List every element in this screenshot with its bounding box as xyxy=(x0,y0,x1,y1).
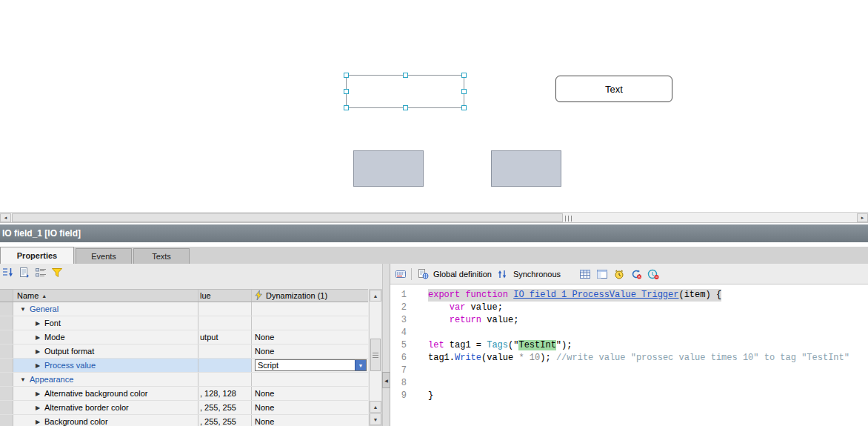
line-number: 6 xyxy=(390,352,415,365)
refresh-errors-icon[interactable] xyxy=(630,267,642,280)
code-line[interactable]: 7 xyxy=(390,365,868,377)
sort-rows-icon[interactable] xyxy=(1,266,14,279)
code-line[interactable]: 4 xyxy=(390,327,868,339)
scroll-up-icon: ▲ xyxy=(373,293,378,299)
property-label: Background color xyxy=(44,417,108,426)
scroll-left-button[interactable]: ◂ xyxy=(0,213,11,222)
property-name-cell: ▶Mode xyxy=(13,330,198,344)
selection-handle[interactable] xyxy=(403,73,408,78)
expand-icon[interactable]: ▶ xyxy=(34,405,41,411)
property-row[interactable]: ▶Output formatNone xyxy=(0,345,368,359)
selection-handle[interactable] xyxy=(461,105,467,110)
scroll-down-button[interactable]: ▼ xyxy=(370,413,381,425)
property-static-value xyxy=(198,302,252,316)
header-gutter xyxy=(0,290,13,302)
expand-icon[interactable]: ▶ xyxy=(34,348,41,355)
tab-texts[interactable]: Texts xyxy=(133,248,190,264)
property-label: Alternative border color xyxy=(44,403,129,412)
horizontal-scrollbar-thumb[interactable] xyxy=(12,213,563,222)
panel-splitter[interactable] xyxy=(382,264,390,426)
synchronous-label[interactable]: Synchronous xyxy=(513,270,561,279)
script-editor-panel: Global definition Synchronous xyxy=(390,264,868,426)
selection-handle[interactable] xyxy=(344,73,349,78)
scroll-up-button-bottom[interactable]: ▲ xyxy=(370,401,381,413)
global-definition-label[interactable]: Global definition xyxy=(433,270,492,279)
expand-icon[interactable]: ▶ xyxy=(34,419,41,425)
expand-all-icon[interactable] xyxy=(18,266,30,279)
vertical-scrollbar-thumb[interactable] xyxy=(370,339,381,371)
scroll-up-icon: ▲ xyxy=(373,405,378,410)
detail-list-icon[interactable] xyxy=(34,266,47,279)
property-static-value: , 255, 255 xyxy=(198,415,252,426)
expand-icon[interactable]: ▶ xyxy=(34,334,41,341)
code-line[interactable]: 9} xyxy=(390,390,868,402)
property-static-value: , 255, 255 xyxy=(198,401,252,414)
property-row[interactable]: ▼Appearance xyxy=(0,373,368,387)
code-line[interactable]: 3 return value; xyxy=(390,314,868,327)
column-header-name[interactable]: Name ▲ xyxy=(13,290,198,302)
property-row[interactable]: ▶Font xyxy=(0,316,368,330)
go-to-error-icon[interactable] xyxy=(647,267,659,280)
scroll-down-icon: ▼ xyxy=(373,417,378,422)
tab-events[interactable]: Events xyxy=(76,248,132,264)
code-line[interactable]: 6tag1.Write(value * 10); //write value "… xyxy=(390,352,868,365)
property-name-cell: ▶Output format xyxy=(13,345,198,358)
window-layout-icon[interactable] xyxy=(595,267,608,280)
property-dynamization-cell: None xyxy=(252,401,368,414)
code-line[interactable]: 8 xyxy=(390,377,868,390)
selection-handle[interactable] xyxy=(461,73,467,78)
button-widget[interactable]: Text xyxy=(555,76,672,102)
scroll-right-button[interactable]: ▸ xyxy=(857,213,868,222)
property-row[interactable]: ▶ModeutputNone xyxy=(0,330,368,345)
line-number: 2 xyxy=(390,302,415,314)
global-definition-icon[interactable] xyxy=(416,267,429,280)
property-dynamization-cell: None xyxy=(252,415,368,426)
synchronous-icon[interactable] xyxy=(496,267,509,280)
script-snippets-icon[interactable] xyxy=(394,267,407,280)
filter-icon[interactable] xyxy=(50,266,63,279)
table-vertical-scrollbar[interactable]: ▲ ▲ ▼ xyxy=(369,289,382,426)
property-static-value xyxy=(198,316,252,330)
selection-handle[interactable] xyxy=(344,105,349,110)
rectangle-widget[interactable] xyxy=(491,150,561,187)
property-dynamization-cell: None xyxy=(252,387,368,400)
selection-handle[interactable] xyxy=(344,89,349,94)
row-gutter xyxy=(0,302,13,316)
property-row[interactable]: ▶Process valueScript▼ xyxy=(0,359,368,373)
rectangle-widget[interactable] xyxy=(353,150,424,187)
expand-icon[interactable]: ▶ xyxy=(34,320,41,327)
time-trigger-icon[interactable] xyxy=(612,267,625,280)
property-name-cell: ▶Background color xyxy=(13,415,198,426)
property-static-value xyxy=(198,373,252,386)
property-label: General xyxy=(30,304,59,313)
property-row[interactable]: ▶Background color, 255, 255None xyxy=(0,415,368,426)
selection-handle[interactable] xyxy=(403,105,408,110)
column-header-dynamization[interactable]: Dynamization (1) xyxy=(252,290,368,302)
column-header-static-value[interactable]: lue xyxy=(198,290,252,302)
code-line[interactable]: 2 var value; xyxy=(390,302,868,314)
expand-icon[interactable]: ▶ xyxy=(34,362,41,369)
property-row[interactable]: ▼General xyxy=(0,302,368,316)
tab-properties[interactable]: Properties xyxy=(0,247,74,264)
expand-icon[interactable]: ▶ xyxy=(34,390,41,397)
property-dynamization-cell: None xyxy=(252,330,368,344)
combobox-dropdown-icon[interactable]: ▼ xyxy=(355,360,366,370)
property-row[interactable]: ▶Alternative background color, 128, 128N… xyxy=(0,387,368,401)
code-line[interactable]: 1export function IO_field_1_ProcessValue… xyxy=(390,289,868,302)
inspector-tabstrip: Properties Events Texts xyxy=(0,247,868,264)
insert-table-icon[interactable] xyxy=(578,267,591,280)
code-editor[interactable]: 1export function IO_field_1_ProcessValue… xyxy=(390,284,868,426)
scroll-up-button[interactable]: ▲ xyxy=(370,290,381,302)
io-field-widget[interactable] xyxy=(346,75,464,108)
collapse-icon[interactable]: ▼ xyxy=(19,376,27,383)
selection-handle[interactable] xyxy=(461,89,467,94)
property-row[interactable]: ▶Alternative border color, 255, 255None xyxy=(0,401,368,415)
collapse-icon[interactable]: ▼ xyxy=(19,306,27,313)
horizontal-scrollbar[interactable]: ◂ ▸ xyxy=(0,212,868,223)
line-number: 3 xyxy=(390,314,415,327)
dynamization-combobox[interactable]: Script▼ xyxy=(255,359,367,371)
pane-splitter-grip[interactable] xyxy=(565,216,566,222)
design-canvas[interactable]: Text xyxy=(0,0,868,212)
code-line[interactable]: 5let tag1 = Tags("TestInt"); xyxy=(390,339,868,352)
collapse-panel-button[interactable]: ◀ xyxy=(382,372,390,388)
